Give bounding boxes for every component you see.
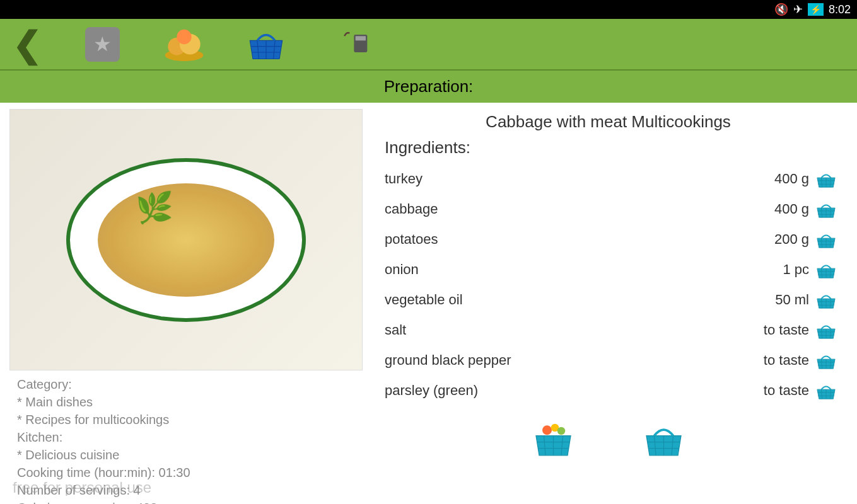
back-button[interactable]: ❮ <box>13 24 42 65</box>
category-item: * Recipes for multicookings <box>17 411 355 428</box>
ingredient-name: cabbage <box>385 201 438 217</box>
svg-point-57 <box>542 425 552 435</box>
ingredient-name: onion <box>385 261 419 278</box>
plate <box>66 158 306 322</box>
basket-icon <box>244 26 288 62</box>
ingredient-row: potatoes 200 g <box>385 224 838 255</box>
ingredient-row: turkey 400 g <box>385 164 838 194</box>
ingredient-row: onion 1 pc <box>385 255 838 285</box>
dish-image <box>9 109 363 370</box>
food-pile-icon <box>162 26 206 62</box>
add-ingredient-button[interactable] <box>814 260 838 279</box>
ingredient-name: potatoes <box>385 231 438 248</box>
ingredient-row: parsley (green) to taste <box>385 375 838 406</box>
add-ingredient-button[interactable] <box>814 200 838 219</box>
calories: Calories per serving: 402 <box>17 499 355 504</box>
ingredient-name: turkey <box>385 171 423 187</box>
kitchen-label: Kitchen: <box>17 428 355 446</box>
ingredients-list: turkey 400 g cabbage 400 g potatoes 200 … <box>378 164 838 406</box>
battery-icon: ⚡ <box>808 3 824 16</box>
svg-rect-11 <box>356 36 366 40</box>
ingredient-amount: 50 ml <box>775 292 809 308</box>
ingredient-amount: to taste <box>764 382 809 399</box>
clock-time: 8:02 <box>829 3 851 16</box>
star-icon <box>85 27 120 62</box>
apple-calculator-icon <box>326 26 370 62</box>
ingredient-amount: 1 pc <box>783 261 809 278</box>
svg-point-9 <box>331 35 358 61</box>
ingredient-amount: 200 g <box>774 231 809 248</box>
favorite-button[interactable] <box>80 25 124 63</box>
ingredient-amount: to taste <box>764 352 809 369</box>
add-ingredient-button[interactable] <box>814 230 838 249</box>
add-ingredient-button[interactable] <box>814 381 838 400</box>
nutrition-button[interactable] <box>326 25 370 63</box>
add-ingredient-button[interactable] <box>814 169 838 188</box>
ingredient-amount: to taste <box>764 322 809 338</box>
left-column: Category: * Main dishes * Recipes for mu… <box>6 109 366 504</box>
right-column: Cabbage with meat Multicookings Ingredie… <box>366 109 851 504</box>
airplane-icon: ✈ <box>793 3 803 16</box>
add-ingredient-button[interactable] <box>814 321 838 340</box>
add-ingredient-button[interactable] <box>814 290 838 309</box>
ingredient-name: salt <box>385 322 406 338</box>
recipe-title: Cabbage with meat Multicookings <box>378 109 838 138</box>
food <box>98 183 274 297</box>
kitchen-item: * Delicious cuisine <box>17 446 355 464</box>
add-all-groceries-button[interactable] <box>530 418 577 453</box>
svg-point-3 <box>177 30 191 44</box>
status-bar: 🔇 ✈ ⚡ 8:02 <box>0 0 857 19</box>
basket-button[interactable] <box>244 25 288 63</box>
ingredient-row: ground black pepper to taste <box>385 345 838 375</box>
add-ingredient-button[interactable] <box>814 351 838 370</box>
ingredient-amount: 400 g <box>774 171 809 187</box>
ingredient-name: parsley (green) <box>385 382 478 399</box>
ingredient-name: vegetable oil <box>385 292 463 308</box>
toolbar: ❮ <box>0 19 857 69</box>
action-buttons <box>378 418 838 453</box>
category-label: Category: <box>17 375 355 393</box>
section-header: Preparation: <box>0 69 857 103</box>
shopping-basket-button[interactable] <box>640 418 687 453</box>
grocery-basket-icon <box>530 418 577 458</box>
ingredient-name: ground black pepper <box>385 352 511 369</box>
content-area: Category: * Main dishes * Recipes for mu… <box>0 103 857 504</box>
ingredient-amount: 400 g <box>774 201 809 217</box>
ingredient-row: cabbage 400 g <box>385 194 838 224</box>
basket-icon <box>640 418 687 458</box>
recipes-button[interactable] <box>162 25 206 63</box>
ingredient-row: vegetable oil 50 ml <box>385 285 838 315</box>
watermark: free for personal use <box>13 479 151 496</box>
mute-icon: 🔇 <box>774 3 788 16</box>
ingredient-row: salt to taste <box>385 315 838 345</box>
svg-point-59 <box>557 427 565 435</box>
ingredients-header: Ingredients: <box>378 138 838 164</box>
category-item: * Main dishes <box>17 393 355 411</box>
